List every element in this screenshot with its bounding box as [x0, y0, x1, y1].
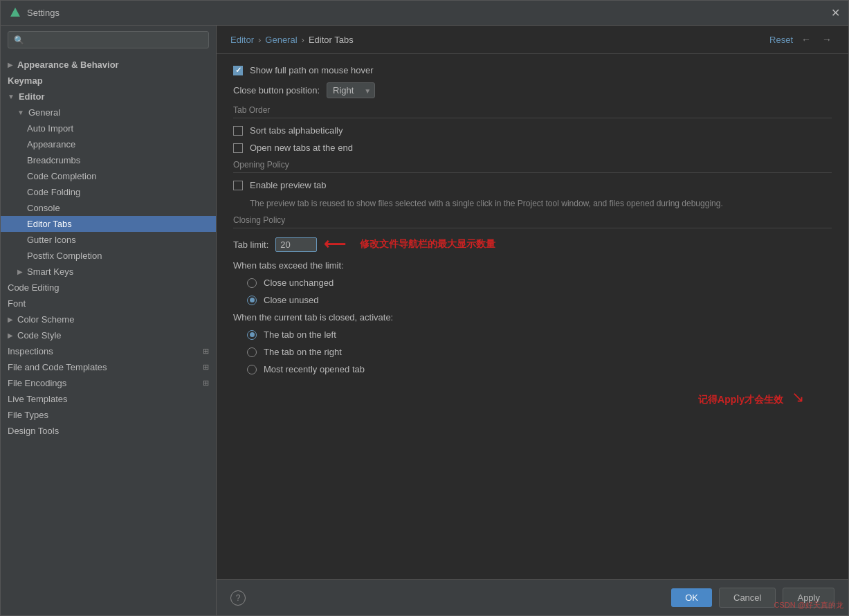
- search-box[interactable]: 🔍: [8, 31, 209, 48]
- sidebar-item-console[interactable]: Console: [1, 200, 216, 216]
- breadcrumb-general[interactable]: General: [265, 35, 297, 45]
- tab-limit-input[interactable]: [275, 237, 317, 252]
- sidebar-item-code-style[interactable]: ▶ Code Style: [1, 327, 216, 343]
- close-unchanged-radio[interactable]: [247, 278, 257, 288]
- close-unused-radio[interactable]: [247, 296, 257, 305]
- sidebar-item-editor-tabs[interactable]: Editor Tabs: [1, 216, 216, 232]
- close-button-position-label: Close button position:: [233, 85, 320, 96]
- tab-order-section-header: Tab Order: [233, 105, 832, 118]
- sidebar-item-file-types[interactable]: File Types: [1, 407, 216, 423]
- close-button[interactable]: ✕: [831, 6, 840, 19]
- close-unchanged-label: Close unchanged: [264, 278, 334, 288]
- reset-button[interactable]: Reset: [769, 35, 793, 45]
- sidebar-item-auto-import[interactable]: Auto Import: [1, 120, 216, 136]
- sidebar-label: Code Folding: [27, 187, 80, 197]
- sidebar-item-live-templates[interactable]: Live Templates: [1, 391, 216, 407]
- sidebar: 🔍 ▶ Appearance & Behavior Keymap ▼ Edito…: [1, 26, 217, 615]
- chevron-down-icon: ▼: [17, 109, 24, 116]
- ok-button[interactable]: OK: [671, 588, 712, 607]
- sidebar-item-appearance-behavior[interactable]: ▶ Appearance & Behavior: [1, 57, 216, 73]
- sidebar-label: Auto Import: [27, 123, 73, 134]
- radio-dot-icon: [250, 298, 255, 302]
- tab-right-radio[interactable]: [247, 347, 257, 357]
- when-tabs-exceed-row: When tabs exceed the limit:: [233, 260, 832, 271]
- sidebar-item-design-tools[interactable]: Design Tools: [1, 423, 216, 439]
- sort-tabs-label: Sort tabs alphabetically: [250, 125, 343, 136]
- tab-right-label: The tab on the right: [264, 347, 342, 357]
- sidebar-item-inspections[interactable]: Inspections ⊞: [1, 343, 216, 359]
- sidebar-label: Appearance & Behavior: [17, 60, 119, 70]
- breadcrumb-bar: Editor › General › Editor Tabs Reset ← →: [217, 26, 848, 54]
- tab-left-radio[interactable]: [247, 330, 257, 340]
- main-content: 🔍 ▶ Appearance & Behavior Keymap ▼ Edito…: [1, 26, 848, 615]
- closing-policy-section-header: Closing Policy: [233, 215, 832, 228]
- sort-tabs-row: Sort tabs alphabetically: [233, 125, 832, 136]
- search-input[interactable]: [28, 35, 203, 45]
- sidebar-label: Console: [27, 203, 60, 213]
- help-button[interactable]: ?: [230, 590, 246, 606]
- sidebar-label: Code Style: [17, 330, 62, 341]
- back-button[interactable]: ←: [798, 33, 814, 46]
- sidebar-label: Appearance: [27, 139, 75, 150]
- breadcrumb-editor[interactable]: Editor: [230, 35, 254, 45]
- tab-limit-row: Tab limit: ⟵ 修改文件导航栏的最大显示数量: [233, 235, 832, 253]
- when-tabs-exceed-label: When tabs exceed the limit:: [233, 260, 344, 271]
- sidebar-label: Live Templates: [8, 394, 67, 404]
- tab-left-row: The tab on the left: [233, 329, 832, 340]
- settings-tree: ▶ Appearance & Behavior Keymap ▼ Editor …: [1, 54, 216, 615]
- sidebar-label: Breadcrumbs: [27, 155, 80, 165]
- search-icon: 🔍: [14, 35, 24, 45]
- sidebar-item-file-encodings[interactable]: File Encodings ⊞: [1, 375, 216, 391]
- sidebar-label: Editor: [19, 91, 45, 102]
- sidebar-item-code-editing[interactable]: Code Editing: [1, 280, 216, 296]
- sidebar-item-color-scheme[interactable]: ▶ Color Scheme: [1, 311, 216, 327]
- sidebar-label: File Encodings: [8, 378, 66, 388]
- sidebar-label: Inspections: [8, 346, 53, 356]
- settings-window: Settings ✕ 🔍 ▶ Appearance & Behavior Key…: [0, 0, 849, 616]
- sidebar-label: Keymap: [8, 75, 43, 86]
- sidebar-item-appearance[interactable]: Appearance: [1, 136, 216, 152]
- most-recently-label: Most recently opened tab: [264, 364, 365, 374]
- svg-marker-0: [10, 8, 20, 17]
- sidebar-item-gutter-icons[interactable]: Gutter Icons: [1, 232, 216, 248]
- sidebar-item-code-folding[interactable]: Code Folding: [1, 184, 216, 200]
- close-button-position-select[interactable]: Right Left None: [327, 82, 375, 98]
- close-button-position-row: Close button position: Right Left None ▼: [233, 82, 832, 98]
- sidebar-item-editor[interactable]: ▼ Editor: [1, 89, 216, 105]
- close-button-dropdown-wrapper: Right Left None ▼: [327, 82, 375, 98]
- tab-left-label: The tab on the left: [264, 329, 336, 340]
- cancel-button[interactable]: Cancel: [719, 588, 776, 608]
- sidebar-item-file-templates[interactable]: File and Code Templates ⊞: [1, 359, 216, 375]
- close-unchanged-row: Close unchanged: [233, 278, 832, 288]
- sidebar-label: File and Code Templates: [8, 362, 107, 372]
- sidebar-item-breadcrumbs[interactable]: Breadcrumbs: [1, 152, 216, 168]
- sidebar-item-general[interactable]: ▼ General: [1, 105, 216, 120]
- most-recently-radio[interactable]: [247, 365, 257, 374]
- open-new-tabs-row: Open new tabs at the end: [233, 143, 832, 153]
- breadcrumb-sep-2: ›: [302, 35, 304, 45]
- bottom-bar: ? OK Cancel Apply: [217, 579, 848, 615]
- sidebar-label: Postfix Completion: [27, 251, 102, 261]
- chevron-right-icon: ▶: [8, 316, 13, 323]
- sidebar-item-smart-keys[interactable]: ▶ Smart Keys: [1, 264, 216, 280]
- sidebar-item-postfix-completion[interactable]: Postfix Completion: [1, 248, 216, 264]
- sidebar-label: Smart Keys: [27, 266, 73, 277]
- sidebar-item-font[interactable]: Font: [1, 296, 216, 311]
- sidebar-label: Color Scheme: [17, 314, 74, 325]
- tab-limit-annotation: 修改文件导航栏的最大显示数量: [360, 238, 495, 251]
- sidebar-item-keymap[interactable]: Keymap: [1, 73, 216, 89]
- chevron-right-icon: ▶: [8, 332, 13, 339]
- sort-tabs-checkbox[interactable]: [233, 126, 243, 136]
- forward-button[interactable]: →: [819, 33, 834, 46]
- most-recently-row: Most recently opened tab: [233, 364, 832, 374]
- enable-preview-tab-checkbox[interactable]: [233, 181, 243, 190]
- sidebar-item-code-completion[interactable]: Code Completion: [1, 168, 216, 184]
- show-full-path-checkbox[interactable]: ✓: [233, 66, 243, 75]
- open-new-tabs-checkbox[interactable]: [233, 143, 243, 153]
- radio-dot-icon: [250, 332, 255, 337]
- chevron-right-icon: ▶: [17, 268, 23, 275]
- check-icon: ✓: [235, 66, 241, 75]
- chevron-down-icon: ▼: [8, 93, 15, 100]
- badge-icon: ⊞: [203, 379, 209, 388]
- close-unused-label: Close unused: [264, 295, 319, 305]
